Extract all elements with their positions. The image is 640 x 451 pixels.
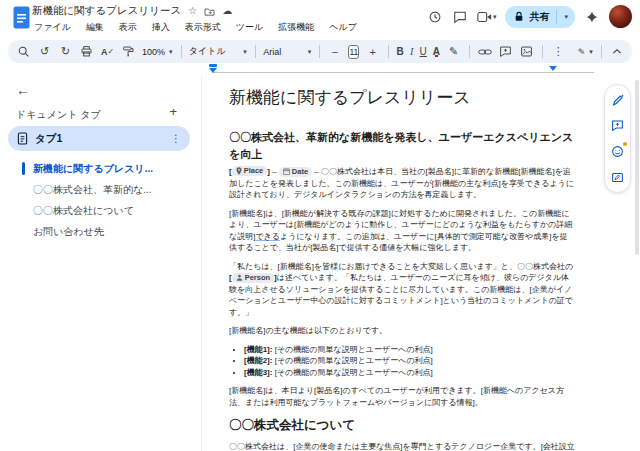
- edit-pencil-icon: ✎: [578, 47, 586, 57]
- feature-list-item: [機能1]: [その機能の簡単な説明とユーザーへの利点]: [244, 344, 575, 356]
- menu-format[interactable]: 表示形式: [182, 20, 224, 35]
- share-button[interactable]: 共有 ▾: [505, 6, 575, 28]
- text-color-button[interactable]: A: [433, 46, 440, 57]
- paint-format-icon[interactable]: [121, 43, 136, 60]
- outline-item-announcement[interactable]: 〇〇株式会社、革新的な...: [0, 179, 202, 200]
- add-tab-button[interactable]: +: [169, 104, 177, 119]
- menu-bar: ファイル 編集 表示 挿入 表示形式 ツール 拡張機能 ヘルプ: [31, 20, 360, 35]
- increase-font-size-button[interactable]: +: [365, 43, 380, 60]
- share-label: 共有: [529, 10, 549, 24]
- insert-link-icon[interactable]: [477, 43, 492, 60]
- outline-item-label: 〇〇株式会社、革新的な...: [33, 183, 152, 197]
- version-history-icon[interactable]: [427, 9, 443, 25]
- lock-icon: [514, 11, 524, 22]
- hide-menus-icon[interactable]: [609, 43, 624, 60]
- menu-view[interactable]: 表示: [116, 20, 140, 35]
- editing-mode-select[interactable]: ✎ ▾: [578, 47, 593, 57]
- document-outline: 新機能に関するプレスリ... 〇〇株式会社、革新的な... 〇〇株式会社について…: [0, 158, 202, 242]
- star-icon[interactable]: ☆: [188, 6, 197, 16]
- close-sidebar-icon[interactable]: ←: [16, 82, 30, 98]
- person-chip[interactable]: Person: [232, 273, 274, 283]
- account-avatar[interactable]: [609, 5, 632, 28]
- menu-edit[interactable]: 編集: [83, 20, 107, 35]
- menu-extensions[interactable]: 拡張機能: [275, 20, 317, 35]
- cloud-saved-icon[interactable]: ☁: [222, 6, 232, 16]
- help-me-write-icon[interactable]: [610, 92, 625, 107]
- date-chip[interactable]: Date: [279, 167, 312, 177]
- styles-select[interactable]: タイトル ▾: [189, 45, 247, 58]
- dash: –: [270, 167, 279, 176]
- right-indent-marker[interactable]: [549, 66, 557, 71]
- dash: –: [312, 167, 321, 176]
- add-comment-icon[interactable]: [610, 118, 625, 133]
- paragraph-text: ようになります。この追加は、ユーザーに[具体的で測定可能な改善や成果]を提供する…: [229, 232, 568, 253]
- outline-item-contact[interactable]: お問い合わせ先: [0, 221, 202, 242]
- chevron-down-icon: ▾: [169, 48, 173, 56]
- person-chip-label: Person: [245, 272, 270, 284]
- suggest-edits-icon[interactable]: [610, 170, 625, 185]
- quick-actions-rail: [604, 84, 631, 193]
- tab-options-icon[interactable]: ⋮: [171, 133, 181, 144]
- undo-icon[interactable]: ↺: [37, 43, 52, 60]
- menu-insert[interactable]: 挿入: [149, 20, 173, 35]
- add-comment-icon[interactable]: [498, 43, 513, 60]
- tab-item-tab1[interactable]: タブ1 ⋮: [8, 126, 190, 151]
- zoom-select[interactable]: 100% ▾: [142, 47, 173, 57]
- paragraph-feature-detail: [新機能名]は、[新機能が解決する既存の課題]に対処するために開発されました。こ…: [229, 208, 575, 254]
- tab-label: タブ1: [35, 132, 164, 146]
- menu-help[interactable]: ヘルプ: [326, 20, 360, 35]
- redo-icon[interactable]: ↻: [58, 43, 73, 60]
- paragraph-features-lead: [新機能名]の主な機能は以下のとおりです。: [229, 325, 575, 337]
- font-value: Arial: [263, 47, 281, 57]
- left-indent-marker[interactable]: [209, 68, 217, 73]
- feature-desc: [その機能の簡単な説明とユーザーへの利点]: [272, 356, 432, 365]
- doc-heading-about: 〇〇株式会社について: [229, 417, 575, 434]
- spellcheck-check: ✓: [107, 47, 114, 56]
- more-options-icon[interactable]: ⋮: [551, 43, 566, 60]
- document-canvas[interactable]: 新機能に関するプレスリリース 〇〇株式会社、革新的な新機能を発表し、ユーザーエク…: [229, 86, 575, 451]
- grammar-suggestion-text[interactable]: できる: [255, 232, 280, 241]
- outline-item-about-company[interactable]: 〇〇株式会社について: [0, 200, 202, 221]
- emoji-reaction-icon[interactable]: [610, 144, 625, 159]
- comments-icon[interactable]: [452, 9, 468, 25]
- italic-button[interactable]: I: [410, 46, 414, 57]
- font-size-input[interactable]: 11: [348, 45, 359, 59]
- ruler[interactable]: [212, 72, 594, 73]
- style-value: タイトル: [189, 45, 226, 58]
- gemini-spark-icon[interactable]: [584, 9, 600, 25]
- notification-dot: [623, 142, 627, 146]
- move-folder-icon[interactable]: [204, 7, 215, 16]
- outline-item-press-release[interactable]: 新機能に関するプレスリ...: [0, 158, 202, 179]
- feature-desc: [その機能の簡単な説明とユーザーへの利点]: [272, 345, 432, 354]
- feature-list-item: [機能3]: [その機能の簡単な説明とユーザーへの利点]: [244, 367, 575, 379]
- highlight-color-icon[interactable]: ✎: [446, 43, 461, 60]
- print-icon[interactable]: [79, 43, 94, 60]
- chevron-down-icon: ▾: [589, 48, 593, 56]
- top-bar: 新機能に関するプレスリリース ☆ ☁ ファイル 編集 表示 挿入 表示形式 ツー…: [0, 0, 640, 38]
- feature-list: [機能1]: [その機能の簡単な説明とユーザーへの利点] [機能2]: [その機…: [229, 344, 575, 379]
- underline-button[interactable]: U: [420, 46, 427, 57]
- feature-name: [機能1]:: [244, 345, 272, 354]
- menu-tools[interactable]: ツール: [233, 20, 266, 35]
- share-dropdown-icon[interactable]: ▾: [564, 13, 568, 21]
- meet-presence-button[interactable]: ▾: [477, 11, 497, 23]
- font-select[interactable]: Arial ▾: [263, 47, 311, 57]
- first-line-indent-marker[interactable]: [209, 64, 217, 67]
- sidebar-header: ドキュメント タブ: [16, 108, 101, 122]
- menu-file[interactable]: ファイル: [31, 20, 74, 35]
- bold-button[interactable]: B: [397, 46, 404, 57]
- date-chip-label: Date: [292, 166, 308, 178]
- paragraph-quote: 「私たちは、[新機能名]を皆様にお届けできることを大変嬉しく思います」と、〇〇株…: [229, 261, 575, 319]
- search-menus-icon[interactable]: [16, 43, 31, 60]
- google-docs-logo-icon[interactable]: [13, 6, 30, 33]
- decrease-font-size-button[interactable]: −: [327, 43, 342, 60]
- chevron-down-icon: ▾: [243, 48, 247, 56]
- chevron-down-icon: ▾: [308, 48, 312, 56]
- doc-heading-title: 新機能に関するプレスリリース: [229, 86, 575, 110]
- formatting-toolbar: ↺ ↻ A✓ 100% ▾ タイトル ▾ Arial ▾ − 11 + B I …: [8, 40, 632, 63]
- vertical-scrollbar[interactable]: [635, 80, 639, 255]
- document-title[interactable]: 新機能に関するプレスリリース: [32, 4, 181, 18]
- spellcheck-icon[interactable]: A✓: [100, 43, 115, 60]
- place-chip[interactable]: Place: [232, 166, 268, 176]
- insert-image-icon[interactable]: [519, 43, 534, 60]
